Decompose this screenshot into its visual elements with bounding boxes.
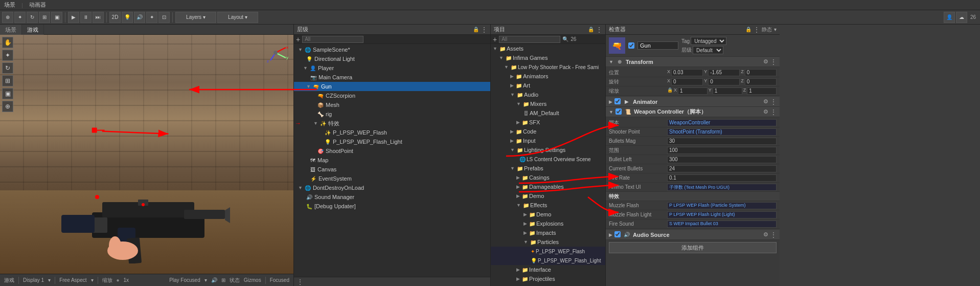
- menu-scene[interactable]: 场景: [2, 1, 17, 9]
- hierarchy-lock[interactable]: 🔒: [473, 27, 479, 32]
- ammo-text-value[interactable]: 子弹数 (Text Mesh Pro UGUI): [667, 184, 777, 191]
- hierarchy-item-debug-updater[interactable]: 🐛 [Debug Updater]: [294, 202, 490, 211]
- hierarchy-item-sound-manager[interactable]: 🔊 Sound Manager: [294, 192, 490, 202]
- scale-x-value[interactable]: 1: [678, 87, 708, 95]
- toolbar-btn-layers[interactable]: Layers ▾: [175, 12, 216, 23]
- animator-dots[interactable]: ⋮: [770, 98, 777, 105]
- project-item-lighting[interactable]: ▼📁 Lighting Settings: [491, 145, 605, 155]
- transform-dots[interactable]: ⋮: [770, 58, 777, 65]
- hierarchy-item-directional-light[interactable]: 💡 Directional Light: [294, 54, 490, 63]
- transform-header[interactable]: ▼ ⊕ Transform ⚙ ⋮: [606, 57, 780, 67]
- project-item-p-flash-light[interactable]: 💡 P_LPSP_WEP_Flash_Light: [491, 256, 605, 265]
- current-bullets-value[interactable]: 24: [667, 165, 777, 172]
- script-value[interactable]: WeaponController: [667, 119, 777, 126]
- project-item-input[interactable]: ▶📁 Input: [491, 136, 605, 145]
- bullets-mag-value[interactable]: 30: [667, 138, 777, 145]
- animator-settings[interactable]: ⚙: [763, 98, 768, 105]
- toolbar-btn-account[interactable]: 👤: [944, 12, 955, 23]
- free-aspect-label[interactable]: Free Aspect: [59, 277, 86, 283]
- hierarchy-item-rig[interactable]: 🦴 rig: [294, 109, 490, 119]
- tool-move[interactable]: ✦: [2, 50, 13, 61]
- project-item-prefabs[interactable]: ▼📁 Prefabs: [491, 164, 605, 173]
- animator-header[interactable]: ▶ ▶ Animator ⚙ ⋮: [606, 97, 780, 107]
- audio-icon[interactable]: 🔊: [211, 277, 217, 283]
- toolbar-btn-step[interactable]: ⏭: [93, 12, 104, 23]
- static-dropdown[interactable]: ▾: [774, 27, 777, 32]
- project-dots[interactable]: ⋮: [596, 26, 602, 33]
- inspector-lock[interactable]: 🔒: [745, 27, 751, 32]
- project-item-demo[interactable]: ▶📁 Demo: [491, 191, 605, 201]
- layer-select[interactable]: Default: [693, 46, 723, 54]
- hierarchy-item-p-lpsp-flash-light[interactable]: 💡 P_LPSP_WEP_Flash_Light: [294, 137, 490, 146]
- toolbar-btn-2d[interactable]: 2D: [109, 12, 121, 23]
- shooter-point-value[interactable]: ShootPoint (Transform): [667, 128, 777, 136]
- toolbar-btn-audio[interactable]: 🔊: [134, 12, 145, 23]
- project-item-damageables[interactable]: ▶📁 Damageables: [491, 182, 605, 191]
- toolbar-btn-rotate[interactable]: ↻: [27, 12, 38, 23]
- hierarchy-item-main-camera[interactable]: 📷 Main Camera: [294, 73, 490, 82]
- project-item-animators[interactable]: ▶📁 Animators: [491, 72, 605, 81]
- hierarchy-dots-bottom[interactable]: ⋮: [297, 278, 303, 285]
- project-item-infima[interactable]: ▼📁 Infima Games: [491, 53, 605, 62]
- gizmos-label[interactable]: Gizmos: [244, 277, 261, 283]
- project-item-effects[interactable]: ▼📁 Effects: [491, 201, 605, 210]
- fire-rate-value[interactable]: 0.1: [667, 174, 777, 182]
- toolbar-btn-lighting[interactable]: 💡: [122, 12, 133, 23]
- project-item-projectiles[interactable]: ▶📁 Projectiles: [491, 274, 605, 283]
- hierarchy-item-mesh[interactable]: 📦 Mesh: [294, 100, 490, 109]
- project-item-effects-demo[interactable]: ▶📁 Demo: [491, 210, 605, 219]
- inspector-active-checkbox[interactable]: [628, 42, 634, 49]
- audio-dots[interactable]: ⋮: [770, 231, 777, 238]
- animator-checkbox[interactable]: [614, 98, 621, 105]
- project-item-audio[interactable]: ▼📁 Audio: [491, 90, 605, 99]
- hierarchy-item-p-lpsp-flash[interactable]: ✨ P_LPSP_WEP_Flash: [294, 128, 490, 137]
- project-item-p-flash[interactable]: ✦ P_LPSP_WEP_Flash: [491, 247, 605, 256]
- project-item-weapons[interactable]: ▼📁 Weapons: [491, 283, 605, 286]
- project-item-casings[interactable]: ▶📁 Casings: [491, 173, 605, 182]
- muzzle-flash-light-value[interactable]: P LPSP WEP Flash Light (Light): [667, 211, 777, 218]
- toolbar-btn-scene-vis[interactable]: ⊡: [158, 12, 170, 23]
- play-focused[interactable]: Play Focused: [169, 277, 200, 283]
- project-add-btn[interactable]: +: [493, 35, 497, 43]
- toolbar-btn-cloud[interactable]: ☁: [956, 12, 967, 23]
- weapon-controller-header[interactable]: ▼ 📜 Weapon Controller（脚本） ⚙ ⋮: [606, 107, 780, 117]
- toolbar-btn-move[interactable]: ✦: [14, 12, 26, 23]
- display-dropdown[interactable]: ▾: [48, 277, 51, 283]
- pos-z-value[interactable]: 0: [745, 69, 777, 76]
- pos-y-value[interactable]: -1.65: [708, 69, 740, 76]
- tool-hand[interactable]: ✋: [2, 37, 13, 48]
- wc-checkbox[interactable]: [616, 108, 622, 116]
- toolbar-btn-layout[interactable]: Layout ▾: [217, 12, 258, 23]
- inspector-dots[interactable]: ⋮: [754, 26, 760, 33]
- aspect-dropdown[interactable]: ▾: [91, 277, 94, 283]
- project-lock[interactable]: 🔒: [588, 27, 594, 32]
- project-item-interface[interactable]: ▶📁 Interface: [491, 265, 605, 274]
- transform-settings[interactable]: ⚙: [763, 58, 768, 65]
- add-component-button[interactable]: 添加组件: [609, 242, 777, 253]
- project-item-assets[interactable]: ▼📁 Assets: [491, 44, 605, 53]
- hierarchy-item-canvas[interactable]: 🖼 Canvas: [294, 165, 490, 174]
- fire-sound-value[interactable]: S WEP Impact Bullet 03: [667, 221, 777, 228]
- wc-settings[interactable]: ⚙: [763, 108, 768, 115]
- project-item-code[interactable]: ▶📁 Code: [491, 127, 605, 136]
- tool-rotate[interactable]: ↻: [2, 62, 13, 74]
- menu-animator[interactable]: 动画器: [27, 1, 48, 9]
- hierarchy-item-map[interactable]: 🗺 Map: [294, 156, 490, 165]
- hierarchy-item-czscorpion[interactable]: 🔫 CZScorpion: [294, 91, 490, 100]
- play-dropdown[interactable]: ▾: [204, 277, 207, 283]
- pos-x-value[interactable]: 0.03: [671, 69, 703, 76]
- tool-rect[interactable]: ▣: [2, 88, 13, 99]
- hierarchy-item-player[interactable]: ▼ 👤 Player: [294, 63, 490, 73]
- hierarchy-item-shootpoint[interactable]: 🎯 ShootPoint: [294, 146, 490, 156]
- bullet-left-value[interactable]: 300: [667, 156, 777, 163]
- toolbar-btn-scale[interactable]: ⊞: [39, 12, 50, 23]
- rot-x-value[interactable]: 0: [671, 78, 703, 85]
- project-item-lpsp[interactable]: ▼📁 Low Poly Shooter Pack - Free Sami: [491, 62, 605, 72]
- rot-y-value[interactable]: 0: [708, 78, 740, 85]
- project-search-input[interactable]: [499, 36, 560, 43]
- toolbar-btn-play[interactable]: ▶: [68, 12, 79, 23]
- audio-settings[interactable]: ⚙: [763, 231, 768, 238]
- hierarchy-item-effects[interactable]: ▼ ✨ 特效 →: [294, 119, 490, 128]
- toolbar-btn-rect[interactable]: ▣: [51, 12, 62, 23]
- wc-dots[interactable]: ⋮: [770, 108, 777, 116]
